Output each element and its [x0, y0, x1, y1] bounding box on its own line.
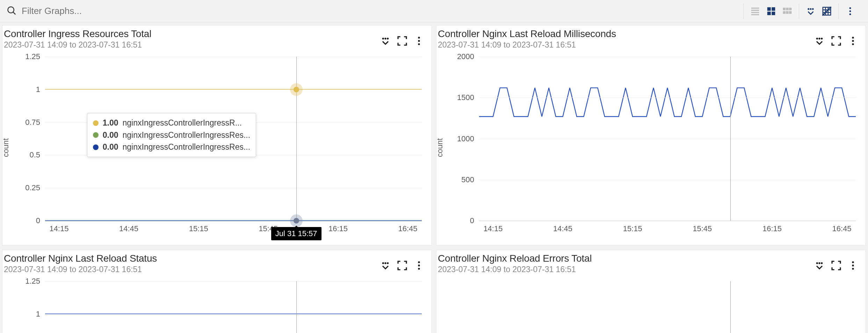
y-axis-label: count — [1, 138, 10, 157]
x-tick-label: 15:15 — [623, 221, 642, 233]
x-tick-label: 16:45 — [832, 221, 852, 233]
svg-point-33 — [418, 43, 420, 45]
panel-expand-icon[interactable] — [378, 34, 392, 48]
panel-header: Controller Nginx Last Reload Millisecond… — [436, 26, 866, 50]
plot[interactable]: 050010001500200014:1514:4515:1515:4516:1… — [479, 57, 856, 221]
panel-header: Controller Nginx Reload Errors Total 202… — [436, 250, 866, 274]
panel-header: Controller Nginx Last Reload Status 2023… — [2, 250, 432, 274]
layout-grid-3col-icon[interactable] — [779, 3, 795, 19]
layout-grid-2col-icon[interactable] — [763, 3, 779, 19]
chart-area[interactable]: count 050010001500200014:1514:4515:1515:… — [441, 53, 856, 242]
svg-rect-6 — [767, 7, 771, 10]
chart-area[interactable]: count 00.250.50.7511.2514:1514:4515:1515… — [7, 278, 422, 333]
svg-point-50 — [852, 264, 854, 266]
overflow-group — [838, 3, 862, 19]
x-tick-label: 14:15 — [483, 221, 502, 233]
panel-grid: Controller Ingress Resources Total 2023-… — [0, 22, 868, 333]
svg-line-24 — [823, 7, 831, 15]
panel-ingress-resources-total: Controller Ingress Resources Total 2023-… — [2, 25, 432, 246]
panel-fullscreen-icon[interactable] — [829, 258, 843, 272]
x-tick-label: 14:45 — [553, 221, 572, 233]
x-tick-label: 14:45 — [119, 221, 138, 233]
svg-point-27 — [849, 13, 851, 15]
search-icon — [6, 5, 17, 17]
panel-actions — [812, 258, 860, 272]
panel-fullscreen-icon[interactable] — [395, 258, 409, 272]
svg-point-36 — [821, 38, 823, 40]
panel-time-range: 2023-07-31 14:09 to 2023-07-31 16:51 — [438, 40, 616, 50]
y-tick-label: 0 — [36, 216, 45, 225]
y-tick-label: 1500 — [457, 93, 479, 102]
y-tick-label: 500 — [461, 175, 479, 184]
panel-title: Controller Nginx Last Reload Millisecond… — [438, 28, 616, 40]
svg-point-26 — [849, 10, 851, 12]
y-tick-label: 1000 — [457, 134, 479, 143]
plot[interactable]: 014:1514:4515:1515:4516:1516:45 — [479, 281, 856, 333]
svg-point-17 — [810, 8, 812, 10]
toolbar — [0, 0, 868, 22]
panel-expand-icon[interactable] — [812, 34, 826, 48]
svg-point-29 — [384, 38, 386, 40]
svg-point-41 — [384, 262, 386, 264]
panel-nginx-last-reload-status: Controller Nginx Last Reload Status 2023… — [2, 250, 432, 333]
svg-point-35 — [818, 38, 820, 40]
svg-point-18 — [812, 8, 814, 10]
time-tooltip: Jul 31 15:57 — [271, 227, 321, 240]
y-tick-label: 0.25 — [25, 183, 45, 192]
svg-rect-14 — [786, 11, 789, 14]
tools-group — [799, 3, 838, 19]
plot[interactable]: 00.250.50.7511.2514:1514:4515:1515:4516:… — [45, 281, 422, 333]
svg-rect-15 — [789, 11, 792, 14]
svg-point-30 — [387, 38, 389, 40]
svg-point-39 — [852, 43, 854, 45]
chart-area[interactable]: count 00.250.50.7511.2514:1514:4515:1515… — [7, 53, 422, 242]
svg-point-28 — [382, 38, 384, 40]
layout-mode-group — [743, 3, 799, 19]
svg-point-34 — [816, 38, 818, 40]
svg-rect-8 — [767, 12, 771, 15]
panel-kebab-icon[interactable] — [846, 258, 860, 272]
hover-tooltip: 1.00 nginxIngressControllerIngressR...0.… — [87, 113, 256, 157]
panel-actions — [378, 34, 426, 48]
svg-point-42 — [387, 262, 389, 264]
panel-kebab-icon[interactable] — [846, 34, 860, 48]
x-tick-label: 15:15 — [189, 221, 208, 233]
chart-area[interactable]: count 014:1514:4515:1515:4516:1516:45 — [441, 278, 856, 333]
expand-more-icon[interactable] — [803, 3, 819, 19]
svg-point-38 — [852, 40, 854, 42]
panel-expand-icon[interactable] — [812, 258, 826, 272]
panel-title: Controller Ingress Resources Total — [4, 28, 151, 40]
svg-point-37 — [852, 37, 854, 38]
svg-point-40 — [382, 262, 384, 264]
plot[interactable]: 00.250.50.7511.2514:1514:4515:1515:4516:… — [45, 57, 422, 221]
svg-rect-13 — [783, 11, 786, 14]
panel-title: Controller Nginx Last Reload Status — [4, 253, 157, 264]
y-tick-label: 2000 — [457, 52, 479, 61]
filter-graphs-input[interactable] — [22, 6, 231, 16]
grid-off-icon[interactable] — [819, 3, 835, 19]
panel-fullscreen-icon[interactable] — [829, 34, 843, 48]
panel-title: Controller Nginx Reload Errors Total — [438, 253, 592, 264]
svg-point-49 — [852, 261, 854, 263]
panel-kebab-icon[interactable] — [412, 34, 426, 48]
svg-point-25 — [849, 7, 851, 9]
panel-kebab-icon[interactable] — [412, 258, 426, 272]
x-tick-label: 16:45 — [398, 221, 418, 233]
svg-point-48 — [821, 262, 823, 264]
svg-point-0 — [8, 7, 14, 13]
svg-point-32 — [418, 40, 420, 42]
layout-list-icon[interactable] — [747, 3, 763, 19]
panel-time-range: 2023-07-31 14:09 to 2023-07-31 16:51 — [438, 265, 592, 274]
kebab-menu-icon[interactable] — [842, 3, 858, 19]
y-axis-label: count — [435, 138, 444, 157]
panel-fullscreen-icon[interactable] — [395, 34, 409, 48]
crosshair — [296, 281, 297, 333]
svg-line-1 — [13, 12, 15, 14]
crosshair — [730, 281, 731, 333]
panel-nginx-last-reload-ms: Controller Nginx Last Reload Millisecond… — [436, 25, 866, 246]
toolbar-right — [743, 3, 862, 19]
svg-point-16 — [808, 8, 809, 10]
panel-expand-icon[interactable] — [378, 258, 392, 272]
x-tick-label: 16:15 — [328, 221, 348, 233]
y-tick-label: 1 — [36, 85, 45, 94]
